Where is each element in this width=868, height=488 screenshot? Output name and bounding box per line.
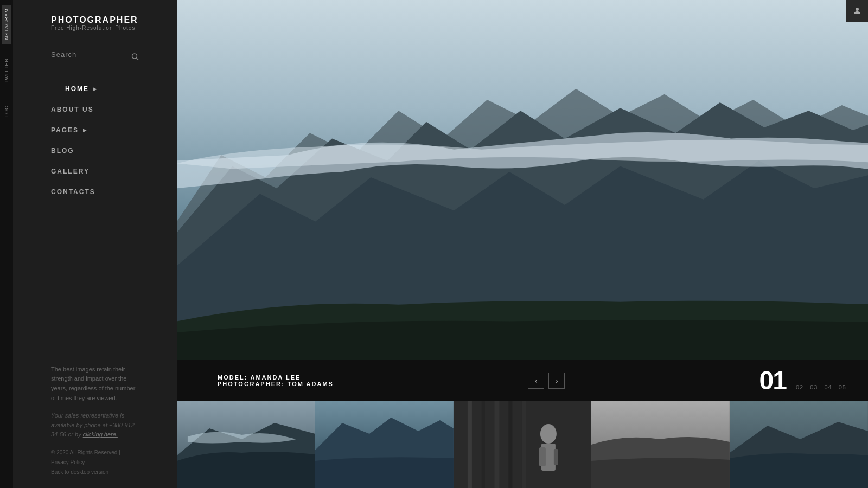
- model-name: AMANDA LEE: [250, 374, 301, 381]
- next-slide-button[interactable]: ›: [548, 373, 565, 389]
- svg-point-11: [540, 424, 556, 444]
- caption-nav: ‹ ›: [528, 373, 565, 389]
- svg-point-0: [132, 54, 137, 59]
- slide-rest-numbers: 02 03 04 05: [796, 384, 846, 390]
- mountain-illustration: [177, 0, 868, 360]
- footer-links: © 2020 All Rights Reserved | Privacy Pol…: [51, 448, 139, 477]
- nav-item-gallery[interactable]: GALLERY: [51, 161, 139, 182]
- nav-arrow-pages: ▶: [83, 128, 87, 133]
- svg-line-1: [137, 58, 139, 60]
- search-area: [13, 42, 177, 73]
- photographer-line: PHOTOGRAPHER: TOM ADAMS: [218, 381, 334, 387]
- nav-item-blog[interactable]: BLOG: [51, 140, 139, 161]
- caption-bar: MODEL: AMANDA LEE PHOTOGRAPHER: TOM ADAM…: [177, 360, 868, 401]
- slide-num-3[interactable]: 03: [810, 384, 818, 390]
- user-icon: [853, 7, 861, 15]
- footer-desktop-link[interactable]: Back to desktop version: [51, 469, 108, 475]
- footer-tagline: The best images retain their strength an…: [51, 365, 139, 403]
- main-content: MODEL: AMANDA LEE PHOTOGRAPHER: TOM ADAM…: [177, 0, 868, 488]
- slide-num-2[interactable]: 02: [796, 384, 803, 390]
- slide-num-4[interactable]: 04: [825, 384, 832, 390]
- current-slide-number: 01: [760, 368, 786, 394]
- nav-dash: [51, 89, 61, 89]
- photographer-label: PHOTOGRAPHER:: [218, 381, 285, 387]
- logo-title: PHOTOGRAPHER: [51, 15, 139, 25]
- nav-item-pages[interactable]: PAGES ▶: [51, 120, 139, 140]
- nav-item-home[interactable]: HOME ▶: [51, 79, 139, 99]
- search-input[interactable]: [51, 47, 139, 62]
- caption-left: MODEL: AMANDA LEE PHOTOGRAPHER: TOM ADAM…: [199, 374, 334, 387]
- thumbnail-4[interactable]: [591, 401, 730, 488]
- slide-counter: 01 02 03 04 05: [760, 368, 846, 394]
- sidebar: PHOTOGRAPHER Free High-Resolution Photos…: [13, 0, 177, 488]
- footer-contact: Your sales representative is available b…: [51, 411, 139, 440]
- social-bar: Instagram Twitter Foc...: [0, 0, 13, 488]
- logo-subtitle: Free High-Resolution Photos: [51, 25, 139, 31]
- thumbnail-3[interactable]: [454, 401, 592, 488]
- top-right-user-button[interactable]: [846, 0, 868, 22]
- model-label: MODEL:: [218, 374, 247, 381]
- model-line: MODEL: AMANDA LEE: [218, 374, 334, 381]
- footer-copyright: © 2020 All Rights Reserved | Privacy Pol…: [51, 448, 139, 467]
- social-item-instagram[interactable]: Instagram: [2, 5, 11, 44]
- search-icon: [131, 53, 139, 61]
- social-item-focus[interactable]: Foc...: [4, 97, 9, 120]
- thumbnail-2[interactable]: [315, 401, 454, 488]
- thumbnail-1[interactable]: [177, 401, 315, 488]
- logo-area: PHOTOGRAPHER Free High-Resolution Photos: [13, 0, 177, 42]
- thumbnail-5[interactable]: [730, 401, 868, 488]
- search-button[interactable]: [131, 53, 139, 62]
- svg-rect-14: [553, 449, 558, 465]
- caption-dash: [199, 381, 209, 381]
- nav-arrow: ▶: [93, 87, 98, 92]
- nav-item-about[interactable]: ABOUT US: [51, 99, 139, 120]
- svg-rect-13: [539, 447, 545, 466]
- nav-menu: HOME ▶ ABOUT US PAGES ▶ BLOG GALLERY CON…: [13, 73, 177, 354]
- sidebar-footer: The best images retain their strength an…: [13, 354, 177, 488]
- social-item-twitter[interactable]: Twitter: [4, 55, 9, 86]
- prev-slide-button[interactable]: ‹: [528, 373, 544, 389]
- footer-contact-link[interactable]: clicking here.: [83, 431, 118, 438]
- photographer-name: TOM ADAMS: [288, 381, 334, 387]
- hero-section: [177, 0, 868, 360]
- nav-item-contacts[interactable]: CONTACTS: [51, 182, 139, 202]
- caption-text: MODEL: AMANDA LEE PHOTOGRAPHER: TOM ADAM…: [218, 374, 334, 387]
- thumbnail-strip: [177, 401, 868, 488]
- slide-num-5[interactable]: 05: [839, 384, 846, 390]
